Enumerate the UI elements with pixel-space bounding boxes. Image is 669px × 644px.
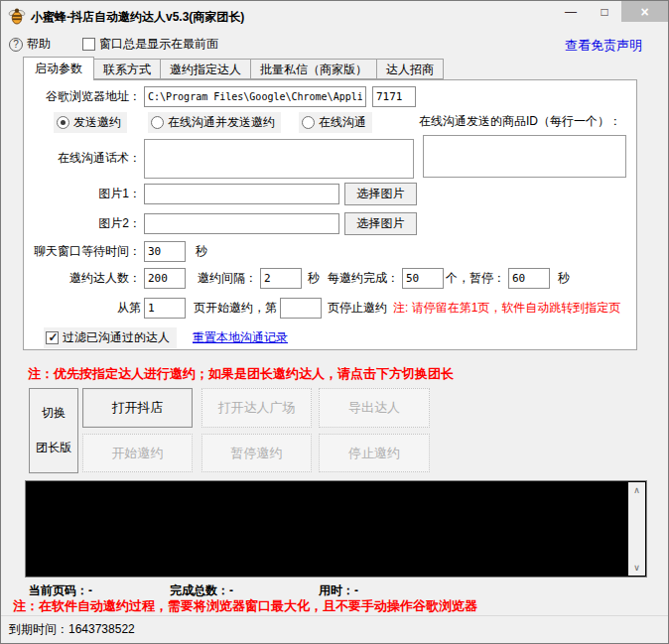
chat-wait-unit: 秒 [196,243,207,260]
image2-row: 图片2： 选择图片 [29,212,631,235]
current-page-label: 当前页码： [29,583,88,597]
help-icon: ? [9,38,23,52]
switch-leader-version-button[interactable]: 切换 团长版 [29,388,78,473]
interval-unit: 秒 [308,270,320,287]
log-output: ∧ ∨ [25,480,647,578]
window-controls: — □ × [554,1,668,22]
browser-warning-note: 注：在软件自动邀约过程，需要将浏览器窗口最大化，且不要手动操作谷歌浏览器 [13,597,477,615]
window-titlebar: 小蜜蜂-抖店自动邀约达人v5.3(商家团长) — □ × [1,1,668,31]
chat-script-textarea[interactable] [144,139,414,179]
current-page-value: - [88,583,92,597]
chrome-path-row: 谷歌浏览器地址： [29,85,631,108]
chrome-path-input[interactable] [144,86,366,107]
export-experts-button[interactable]: 导出达人 [319,388,430,428]
checkbox-box[interactable]: ✓ [82,38,95,51]
image2-input[interactable] [144,213,339,234]
radio-chat-only[interactable]: 在线沟通 [299,112,372,133]
close-icon[interactable]: × [621,1,668,22]
open-shop-button[interactable]: 打开抖店 [82,388,193,428]
total-done-label: 完成总数： [170,583,229,597]
scroll-up-icon[interactable]: ∧ [628,482,645,498]
tab-expert-recruit[interactable]: 达人招商 [377,59,444,79]
chrome-path-label: 谷歌浏览器地址： [29,88,141,105]
status-bar: 到期时间：1643738522 [1,615,668,643]
radio-icon[interactable] [151,116,164,129]
tab-bar: 启动参数 联系方式 邀约指定达人 批量私信（商家版） 达人招商 [23,57,444,80]
radio-chat-and-invite[interactable]: 在线沟通并发送邀约 [148,112,281,133]
priority-note: 注：优先按指定达人进行邀约；如果是团长邀约达人，请点击下方切换团长 [28,365,454,383]
always-on-top-label: 窗口总是显示在最前面 [99,36,218,53]
interval-input[interactable] [260,268,302,289]
check-icon: ✓ [47,330,60,344]
per-done-label: 每邀约完成： [328,270,399,287]
page-from-input[interactable] [144,298,186,319]
radio-send-invite[interactable]: 发送邀约 [54,112,127,133]
switch-leader-line2: 团长版 [36,440,71,456]
radio-label: 发送邀约 [73,114,121,131]
debug-port-input[interactable] [372,86,416,107]
filter-row: ✓ 过滤已沟通过的达人 重置本地沟通记录 [29,326,631,349]
page-note: 注: 请停留在第1页，软件自动跳转到指定页 [393,300,620,317]
log-scrollbar[interactable]: ∧ ∨ [628,482,645,576]
image1-input[interactable] [144,184,339,204]
radio-icon[interactable] [57,116,69,129]
scroll-down-icon[interactable]: ∨ [628,560,645,576]
start-params-panel: 谷歌浏览器地址： 发送邀约 在线沟通并发送邀约 在线沟通 在线沟通发送的商品ID… [23,79,637,350]
invite-count-label: 邀约达人数： [29,270,141,287]
app-window: 小蜜蜂-抖店自动邀约达人v5.3(商家团长) — □ × ? 帮助 ✓ 窗口总是… [0,0,669,644]
filter-label: 过滤已沟通过的达人 [63,329,170,346]
disclaimer-link[interactable]: 查看免责声明 [565,37,642,55]
tab-bulk-message[interactable]: 批量私信（商家版） [251,59,377,79]
interval-label: 邀约间隔： [198,270,257,287]
open-expert-plaza-button[interactable]: 打开达人广场 [201,388,312,428]
help-button[interactable]: ? 帮助 [9,36,51,53]
pause-unit: 秒 [558,270,570,287]
elapsed-label: 用时： [319,583,354,597]
page-range-row: 从第 页开始邀约，第 页停止邀约 注: 请停留在第1页，软件自动跳转到指定页 [29,297,631,320]
switch-leader-line1: 切换 [42,405,66,422]
start-invite-button[interactable]: 开始邀约 [82,434,193,472]
tab-invite-specified[interactable]: 邀约指定达人 [161,59,251,79]
expire-label: 到期时间： [9,622,68,636]
image1-label: 图片1： [29,186,141,202]
tab-start-params[interactable]: 启动参数 [23,57,94,80]
pause-input[interactable] [508,268,550,289]
menu-row: ? 帮助 ✓ 窗口总是显示在最前面 查看免责声明 [1,35,668,55]
invite-count-input[interactable] [144,268,186,289]
always-on-top-checkbox[interactable]: ✓ 窗口总是显示在最前面 [82,36,218,53]
chat-wait-input[interactable] [144,241,186,262]
choose-image2-button[interactable]: 选择图片 [344,212,417,235]
bee-app-icon [8,7,26,25]
radio-icon[interactable] [302,116,315,129]
reset-records-link[interactable]: 重置本地沟通记录 [193,329,288,346]
checkbox-box[interactable]: ✓ [46,331,59,344]
per-done-input[interactable] [402,268,444,289]
product-ids-label: 在线沟通发送的商品ID（每行一个）： [419,113,621,130]
page-stop-input[interactable] [280,298,322,319]
chat-wait-row: 聊天窗口等待时间： 秒 [29,240,631,263]
stop-invite-button[interactable]: 停止邀约 [319,434,430,472]
radio-label: 在线沟通 [319,114,366,131]
elapsed-value: - [354,583,358,597]
help-label: 帮助 [27,36,51,53]
maximize-icon[interactable]: □ [588,1,621,22]
chat-wait-label: 聊天窗口等待时间： [29,243,141,260]
chat-script-row: 在线沟通话术： [29,138,631,179]
image2-label: 图片2： [29,215,141,232]
total-done-value: - [229,583,233,597]
page-from-label: 从第 [29,300,141,317]
pause-label: 个，暂停： [446,270,505,287]
radio-label: 在线沟通并发送邀约 [168,114,275,131]
image1-row: 图片1： 选择图片 [29,183,631,205]
chat-script-label: 在线沟通话术： [29,150,141,167]
page-mid-label: 页开始邀约，第 [194,300,277,317]
page-stop-label: 页停止邀约 [328,300,387,317]
pause-invite-button[interactable]: 暂停邀约 [201,434,312,472]
invite-settings-row: 邀约达人数： 邀约间隔： 秒 每邀约完成： 个，暂停： 秒 [29,267,631,290]
minimize-icon[interactable]: — [554,1,588,22]
filter-communicated-checkbox[interactable]: ✓ 过滤已沟通过的达人 [44,327,177,348]
choose-image1-button[interactable]: 选择图片 [344,183,417,205]
tab-contact-method[interactable]: 联系方式 [94,59,161,79]
window-title: 小蜜蜂-抖店自动邀约达人v5.3(商家团长) [31,9,244,26]
expire-value: 1643738522 [68,622,135,636]
